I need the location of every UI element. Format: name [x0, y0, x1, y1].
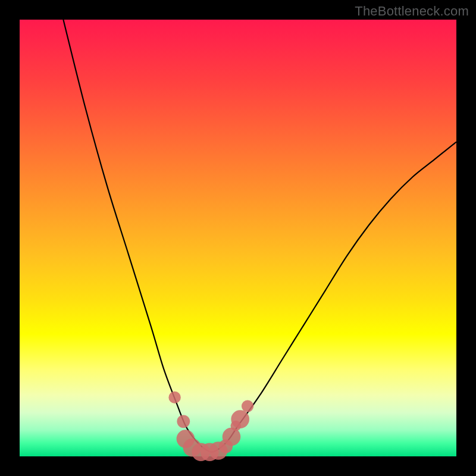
data-dot [242, 400, 253, 412]
data-dot [231, 410, 249, 428]
data-dot [177, 415, 190, 428]
data-dot [168, 392, 180, 403]
dots-group [168, 392, 253, 461]
watermark-text: TheBottleneck.com [355, 4, 469, 19]
chart-svg [20, 20, 456, 456]
curve-line [63, 20, 456, 452]
chart-frame: TheBottleneck.com [0, 0, 476, 476]
chart-plot-area [20, 20, 456, 456]
